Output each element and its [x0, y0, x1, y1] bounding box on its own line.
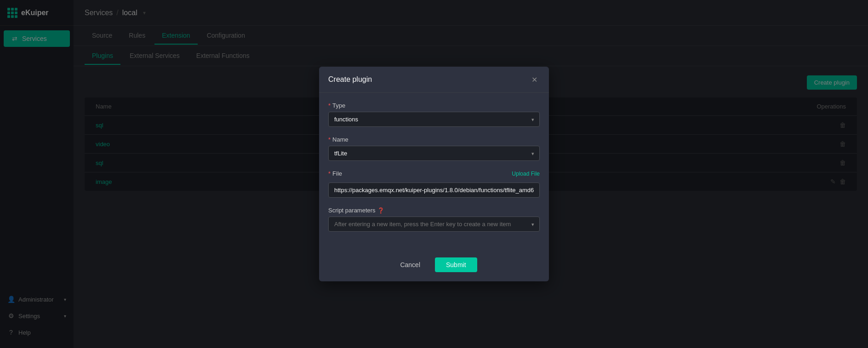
name-field: * Name tfLite ▾	[328, 136, 540, 161]
file-field: * File Upload File	[328, 170, 540, 198]
help-circle-icon[interactable]: ❓	[377, 207, 384, 214]
dialog-footer: Cancel Submit	[319, 250, 549, 281]
create-plugin-dialog: Create plugin ✕ * Type functions ▾	[319, 67, 549, 281]
type-select-wrapper: functions ▾	[328, 112, 540, 127]
script-params-input[interactable]	[328, 217, 540, 232]
script-params-label: Script parameters ❓	[328, 207, 540, 214]
name-required: *	[328, 136, 331, 143]
type-label: * Type	[328, 102, 540, 109]
type-required: *	[328, 102, 331, 109]
dialog-header: Create plugin ✕	[319, 67, 549, 93]
file-input[interactable]	[328, 183, 540, 198]
script-params-wrapper: ▾	[328, 217, 540, 232]
file-label-row: * File Upload File	[328, 170, 540, 177]
file-label: * File	[328, 170, 342, 177]
dialog-body: * Type functions ▾ * Name t	[319, 93, 549, 250]
dialog-overlay: Create plugin ✕ * Type functions ▾	[0, 0, 868, 348]
cancel-button[interactable]: Cancel	[391, 257, 429, 272]
name-label: * Name	[328, 136, 540, 143]
script-params-field: Script parameters ❓ ▾	[328, 207, 540, 232]
type-select[interactable]: functions	[328, 112, 540, 127]
upload-file-link[interactable]: Upload File	[512, 171, 540, 177]
file-required: *	[328, 170, 331, 177]
type-field: * Type functions ▾	[328, 102, 540, 127]
dialog-close-button[interactable]: ✕	[529, 74, 540, 85]
name-select-wrapper: tfLite ▾	[328, 146, 540, 161]
dialog-title: Create plugin	[328, 75, 372, 84]
submit-button[interactable]: Submit	[435, 257, 477, 272]
name-select[interactable]: tfLite	[328, 146, 540, 161]
